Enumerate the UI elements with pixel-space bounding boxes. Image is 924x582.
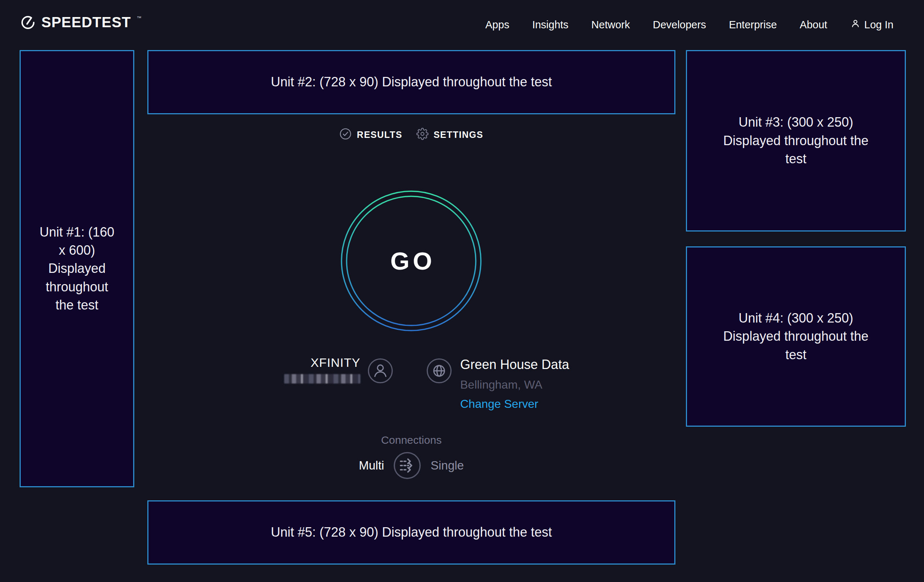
login-label: Log In [864,19,894,31]
go-button-label: GO [340,190,482,331]
ad-unit-1[interactable]: Unit #1: (160 x 600) Displayed throughou… [20,50,134,487]
header: SPEEDTEST ™ Apps Insights Network Develo… [0,0,924,49]
change-server-link[interactable]: Change Server [460,397,569,411]
connections-toggle-icon[interactable] [393,452,421,479]
gauge-icon [20,14,36,30]
ad-unit-5[interactable]: Unit #5: (728 x 90) Displayed throughout… [147,500,675,565]
ad-unit-3[interactable]: Unit #3: (300 x 250) Displayed throughou… [686,50,906,231]
isp-block: XFINITY [284,356,360,384]
go-button[interactable]: GO [340,190,482,331]
nav-item-enterprise[interactable]: Enterprise [729,19,777,31]
tabs-row: RESULTS SETTINGS [147,128,675,142]
ad-unit-4[interactable]: Unit #4: (300 x 250) Displayed throughou… [686,246,906,427]
connections-row: Multi Single [147,452,675,479]
brand-wordmark: SPEEDTEST [41,14,131,30]
tab-results-label: RESULTS [357,130,402,140]
server-block: Green House Data Bellingham, WA Change S… [460,357,569,411]
user-icon [850,18,861,31]
nav-item-network[interactable]: Network [591,19,630,31]
tab-settings[interactable]: SETTINGS [416,128,483,142]
ad-unit-2[interactable]: Unit #2: (728 x 90) Displayed throughout… [147,50,675,114]
connections-single-option[interactable]: Single [431,458,464,472]
tab-settings-label: SETTINGS [434,130,483,140]
ad-unit-4-text: Unit #4: (300 x 250) Displayed throughou… [718,309,874,364]
nav-item-about[interactable]: About [800,19,827,31]
nav-item-developers[interactable]: Developers [653,19,706,31]
connections-label: Connections [147,434,675,446]
trademark-mark: ™ [137,15,142,21]
check-circle-icon [339,128,351,142]
speedtest-page: { "header": { "brand": "SPEEDTEST", "tra… [0,0,924,582]
tab-results[interactable]: RESULTS [339,128,402,142]
ad-unit-5-text: Unit #5: (728 x 90) Displayed throughout… [271,523,552,541]
globe-circle-icon [426,358,452,384]
connections-multi-option[interactable]: Multi [359,458,384,472]
isp-name: XFINITY [311,356,360,370]
server-name: Green House Data [460,357,569,372]
redacted-ip-address [284,374,360,384]
speedtest-logo[interactable]: SPEEDTEST ™ [20,14,142,30]
ad-unit-2-text: Unit #2: (728 x 90) Displayed throughout… [271,73,552,91]
person-circle-icon [368,358,393,384]
nav-item-insights[interactable]: Insights [532,19,568,31]
login-button[interactable]: Log In [850,18,894,31]
main-nav: Apps Insights Network Developers Enterpr… [485,0,894,49]
nav-item-apps[interactable]: Apps [485,19,509,31]
server-location: Bellingham, WA [460,378,569,391]
ad-unit-1-text: Unit #1: (160 x 600) Displayed throughou… [38,223,116,315]
ad-unit-3-text: Unit #3: (300 x 250) Displayed throughou… [718,113,874,168]
gear-icon [416,128,429,142]
